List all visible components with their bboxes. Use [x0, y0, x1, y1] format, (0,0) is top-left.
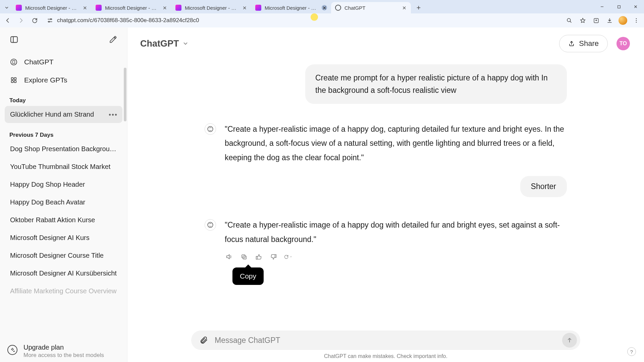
browser-chrome: Microsoft Designer - Stunning ✕ Microsof… — [0, 0, 644, 27]
collapse-sidebar-button[interactable] — [8, 34, 20, 46]
history-item-label: Glücklicher Hund am Strand — [10, 111, 94, 118]
install-app-button[interactable] — [590, 15, 602, 26]
sidebar-item-chatgpt[interactable]: ChatGPT — [5, 53, 122, 71]
message-actions — [225, 252, 567, 261]
tab-close-button[interactable]: ✕ — [401, 5, 407, 10]
downloads-button[interactable] — [604, 15, 615, 26]
refresh-icon — [284, 253, 289, 260]
composer — [191, 330, 580, 350]
grid-icon — [9, 76, 18, 84]
profile-button[interactable] — [617, 15, 629, 26]
message-input[interactable] — [215, 336, 556, 345]
chatgpt-logo-icon — [205, 219, 216, 231]
history-item[interactable]: YouTube Thumbnail Stock Market — [5, 158, 122, 175]
svg-point-9 — [11, 59, 17, 65]
sidebar-item-label: ChatGPT — [24, 58, 54, 66]
window-close-button[interactable] — [627, 0, 644, 13]
thumbs-down-button[interactable] — [269, 252, 278, 261]
history-item[interactable]: Dog Shop Presentation Background — [5, 140, 122, 158]
browser-tab[interactable]: Microsoft Designer - Stunning ✕ — [251, 2, 331, 13]
assistant-message-text: "Create a hyper-realistic image of a hap… — [225, 218, 567, 246]
tab-strip: Microsoft Designer - Stunning ✕ Microsof… — [0, 0, 644, 13]
tab-close-button[interactable]: ✕ — [162, 5, 167, 10]
page-content: ChatGPT Explore GPTs Today Glücklicher H… — [0, 27, 644, 362]
history-item-label: Happy Dog Beach Avatar — [10, 198, 85, 206]
share-button[interactable]: Share — [559, 35, 608, 52]
share-icon — [568, 40, 575, 47]
attach-button[interactable] — [199, 335, 209, 345]
tab-title: Microsoft Designer - Stunning — [25, 5, 79, 11]
history-item[interactable]: Oktober Rabatt Aktion Kurse — [5, 212, 122, 229]
user-menu-button[interactable]: TO — [616, 37, 630, 50]
history-item[interactable]: Happy Dog Beach Avatar — [5, 194, 122, 211]
window-controls — [594, 0, 644, 13]
upgrade-plan-button[interactable]: Upgrade plan More access to the best mod… — [0, 339, 127, 362]
history-item-label: Happy Dog Shop Header — [10, 181, 85, 188]
assistant-message: "Create a hyper-realistic image of a hap… — [205, 218, 567, 261]
copy-icon — [240, 253, 248, 260]
history-item-more-button[interactable]: ••• — [109, 111, 118, 118]
sidebar-icon — [9, 35, 19, 44]
window-maximize-button[interactable] — [610, 0, 627, 13]
history-item[interactable]: Microsoft Designer Course Title — [5, 247, 122, 264]
tab-close-button[interactable]: ✕ — [242, 5, 247, 10]
history-item[interactable]: Microsoft Designer AI Kursübersicht — [5, 265, 122, 282]
url-input[interactable] — [57, 17, 555, 24]
address-bar[interactable] — [42, 15, 559, 26]
sidebar-section-heading: Today — [0, 89, 127, 105]
browser-tab[interactable]: Microsoft Designer - Stunning ✕ — [12, 2, 92, 13]
chatgpt-logo-icon — [9, 58, 18, 66]
sidebar-section-heading: Previous 7 Days — [0, 124, 127, 140]
designer-favicon-icon — [16, 5, 22, 11]
zoom-button[interactable] — [564, 15, 575, 26]
history-item[interactable]: Microsoft Designer AI Kurs — [5, 229, 122, 246]
svg-rect-13 — [14, 80, 16, 82]
sidebar-item-explore-gpts[interactable]: Explore GPTs — [5, 71, 122, 89]
svg-point-14 — [208, 126, 213, 132]
new-tab-button[interactable] — [413, 2, 424, 13]
sidebar-item-label: Explore GPTs — [24, 76, 67, 84]
history-item[interactable]: Affiliate Marketing Course Overview — [5, 283, 122, 300]
sidebar-fade — [0, 316, 127, 330]
speaker-icon — [225, 253, 233, 260]
browser-tab[interactable]: Microsoft Designer - Stunning ✕ — [92, 2, 171, 13]
send-button[interactable] — [562, 333, 577, 348]
profile-avatar-icon — [619, 16, 627, 25]
tabs-dropdown-button[interactable] — [2, 2, 12, 13]
arrow-left-icon — [4, 17, 11, 24]
site-info-button[interactable] — [47, 17, 53, 23]
regenerate-button[interactable] — [284, 252, 292, 261]
sidebar-scrollbar[interactable] — [124, 68, 126, 121]
chevron-down-icon — [182, 41, 189, 47]
bookmark-button[interactable] — [577, 15, 588, 26]
window-minimize-button[interactable] — [594, 0, 610, 13]
reload-icon — [32, 17, 38, 24]
close-icon — [633, 4, 638, 9]
browser-tab[interactable]: Microsoft Designer - Stunning ✕ — [171, 2, 251, 13]
new-chat-button[interactable] — [107, 34, 119, 46]
chevron-down-icon — [289, 255, 292, 259]
history-item-active[interactable]: Glücklicher Hund am Strand ••• — [5, 106, 122, 123]
help-button[interactable]: ? — [627, 347, 636, 356]
tab-close-button[interactable]: ✕ — [322, 5, 327, 10]
assistant-message-text: "Create a hyper-realistic image of a hap… — [225, 122, 567, 165]
user-message-text: Create me prompt for a hyper realistic p… — [315, 73, 548, 95]
toolbar-actions — [564, 15, 642, 26]
model-switcher[interactable]: ChatGPT — [140, 39, 189, 49]
chat-header: ChatGPT Share TO — [127, 27, 644, 56]
tab-title: Microsoft Designer - Stunning — [105, 5, 159, 11]
thumbs-up-button[interactable] — [254, 252, 263, 261]
read-aloud-button[interactable] — [225, 252, 233, 261]
browser-reload-button[interactable] — [29, 15, 40, 26]
browser-menu-button[interactable] — [631, 15, 642, 26]
designer-favicon-icon — [96, 5, 102, 11]
browser-tab-active[interactable]: ChatGPT ✕ — [331, 2, 411, 13]
tab-close-button[interactable]: ✕ — [82, 5, 88, 10]
svg-rect-12 — [11, 80, 13, 82]
browser-forward-button[interactable] — [15, 15, 27, 26]
history-item[interactable]: Happy Dog Shop Header — [5, 176, 122, 193]
copy-button[interactable] — [239, 252, 248, 261]
browser-back-button[interactable] — [2, 15, 13, 26]
svg-point-15 — [208, 222, 213, 228]
tab-title: ChatGPT — [344, 5, 398, 11]
